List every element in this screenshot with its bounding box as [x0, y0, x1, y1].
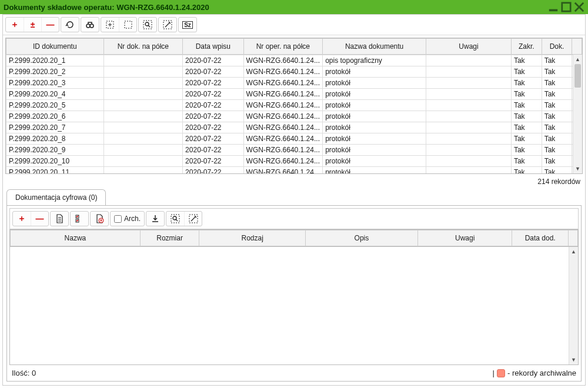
cell-name: protokół: [323, 100, 426, 111]
col2-opis[interactable]: Opis: [306, 230, 418, 246]
table-row[interactable]: P.2999.2020.20_42020-07-22WGN-RZG.6640.1…: [6, 89, 582, 100]
col-dok[interactable]: Dok.: [542, 39, 572, 55]
close-button[interactable]: [574, 2, 584, 12]
cell-dok: Tak: [542, 156, 572, 167]
cell-name: protokół: [323, 167, 426, 174]
refresh-button[interactable]: [61, 18, 79, 32]
cell-nr: [103, 89, 183, 100]
table-row[interactable]: P.2999.2020.20_62020-07-22WGN-RZG.6640.1…: [6, 111, 582, 122]
cell-name: opis topograficzny: [323, 55, 426, 66]
cell-oper: WGN-RZG.6640.1.24...: [243, 66, 323, 78]
cell-zakr: Tak: [511, 55, 542, 66]
scroll-up-arrow[interactable]: ▲: [569, 247, 578, 256]
col-date[interactable]: Data wpisu: [183, 39, 243, 55]
table-row[interactable]: P.2999.2020.20_82020-07-22WGN-RZG.6640.1…: [6, 133, 582, 145]
maximize-button[interactable]: [561, 2, 572, 12]
find-button[interactable]: [81, 18, 99, 32]
cell-date: 2020-07-22: [183, 167, 243, 174]
table-row[interactable]: P.2999.2020.20_72020-07-22WGN-RZG.6640.1…: [6, 122, 582, 133]
cell-id: P.2999.2020.20_9: [6, 145, 104, 156]
col2-data[interactable]: Data dod.: [512, 230, 568, 246]
wand-select-button[interactable]: [159, 18, 176, 32]
digital-scrollbar[interactable]: ▲ ▼: [569, 247, 578, 364]
cell-name: protokół: [323, 133, 426, 145]
cell-nr: [103, 145, 183, 156]
table-row[interactable]: P.2999.2020.20_32020-07-22WGN-RZG.6640.1…: [6, 78, 582, 89]
col2-scroll-spacer: [568, 230, 577, 246]
digital-zoom-button[interactable]: [166, 212, 184, 226]
arch-checkbox-group[interactable]: Arch.: [110, 211, 145, 226]
cell-zakr: Tak: [511, 89, 542, 100]
zoom-select-icon: [143, 20, 152, 29]
col2-rodzaj[interactable]: Rodzaj: [199, 230, 306, 246]
cell-uwagi: [426, 145, 512, 156]
cell-uwagi: [426, 66, 512, 78]
scroll-down-arrow[interactable]: ▼: [569, 355, 578, 364]
table-row[interactable]: P.2999.2020.20_102020-07-22WGN-RZG.6640.…: [6, 156, 582, 167]
cell-dok: Tak: [542, 78, 572, 89]
cell-uwagi: [426, 100, 512, 111]
cell-nr: [103, 78, 183, 89]
digital-remove-button[interactable]: —: [31, 212, 48, 226]
table-row[interactable]: P.2999.2020.20_92020-07-22WGN-RZG.6640.1…: [6, 145, 582, 156]
svg-rect-0: [549, 9, 557, 12]
digital-check-button[interactable]: [71, 212, 88, 226]
cell-nr: [103, 133, 183, 145]
table-row[interactable]: P.2999.2020.20_22020-07-22WGN-RZG.6640.1…: [6, 66, 582, 78]
cell-date: 2020-07-22: [183, 100, 243, 111]
document-icon: [55, 214, 64, 223]
scroll-up-arrow[interactable]: ▲: [573, 55, 582, 64]
maximize-icon: [561, 2, 572, 12]
sz-button[interactable]: Sz: [179, 18, 196, 32]
table-row[interactable]: P.2999.2020.20_112020-07-22WGN-RZG.6640.…: [6, 167, 582, 174]
documents-scrollbar[interactable]: ▲ ▼: [573, 55, 582, 173]
add-remove-button[interactable]: ±: [24, 18, 41, 32]
digital-download-button[interactable]: [146, 212, 164, 226]
col-name[interactable]: Nazwa dokumentu: [323, 39, 426, 55]
digital-table-body[interactable]: ▲ ▼: [9, 247, 579, 365]
col-zakr[interactable]: Zakr.: [511, 39, 542, 55]
digital-delete-doc-button[interactable]: [91, 212, 108, 226]
digital-wand-button[interactable]: [184, 212, 202, 226]
table-row[interactable]: P.2999.2020.20_52020-07-22WGN-RZG.6640.1…: [6, 100, 582, 111]
minimize-button[interactable]: [548, 2, 559, 12]
col-uwagi[interactable]: Uwagi: [426, 39, 512, 55]
digital-add-button[interactable]: ＋: [13, 212, 31, 226]
table-row[interactable]: P.2999.2020.20_12020-07-22WGN-RZG.6640.1…: [6, 55, 582, 66]
document-x-icon: [95, 214, 104, 223]
close-icon: [574, 2, 584, 12]
cell-oper: WGN-RZG.6640.1.24...: [243, 78, 323, 89]
col2-nazwa[interactable]: Nazwa: [11, 230, 141, 246]
add-button[interactable]: ＋: [6, 18, 24, 32]
scrollbar-thumb[interactable]: [574, 64, 581, 88]
select-area-2-button[interactable]: [119, 18, 136, 32]
cell-nr: [103, 100, 183, 111]
cell-nr: [103, 122, 183, 133]
cell-id: P.2999.2020.20_3: [6, 78, 104, 89]
svg-line-17: [176, 219, 178, 221]
cell-date: 2020-07-22: [183, 111, 243, 122]
cell-name: protokół: [323, 156, 426, 167]
plus-icon: ＋: [11, 19, 19, 30]
legend-text: - rekordy archiwalne: [507, 369, 576, 377]
checklist-icon: [75, 214, 84, 223]
select-area-1-button[interactable]: [101, 18, 119, 32]
zoom-select-button[interactable]: [139, 18, 156, 32]
documents-table-body[interactable]: P.2999.2020.20_12020-07-22WGN-RZG.6640.1…: [6, 55, 582, 173]
arch-checkbox[interactable]: [114, 215, 122, 223]
select-dashed-icon: [123, 20, 133, 29]
col2-uwagi[interactable]: Uwagi: [417, 230, 512, 246]
col-id[interactable]: ID dokumentu: [6, 39, 104, 55]
remove-button[interactable]: —: [41, 18, 59, 32]
col-oper[interactable]: Nr oper. na półce: [243, 39, 323, 55]
scroll-down-arrow[interactable]: ▼: [573, 164, 582, 173]
cell-id: P.2999.2020.20_1: [6, 55, 104, 66]
digital-doc-button[interactable]: [51, 212, 68, 226]
tab-digital-docs[interactable]: Dokumentacja cyfrowa (0): [6, 189, 106, 205]
col2-rozmiar[interactable]: Rozmiar: [140, 230, 199, 246]
cell-zakr: Tak: [511, 78, 542, 89]
col-nr[interactable]: Nr dok. na półce: [103, 39, 183, 55]
cell-uwagi: [426, 133, 512, 145]
cell-oper: WGN-RZG.6640.1.24...: [243, 156, 323, 167]
cell-zakr: Tak: [511, 122, 542, 133]
